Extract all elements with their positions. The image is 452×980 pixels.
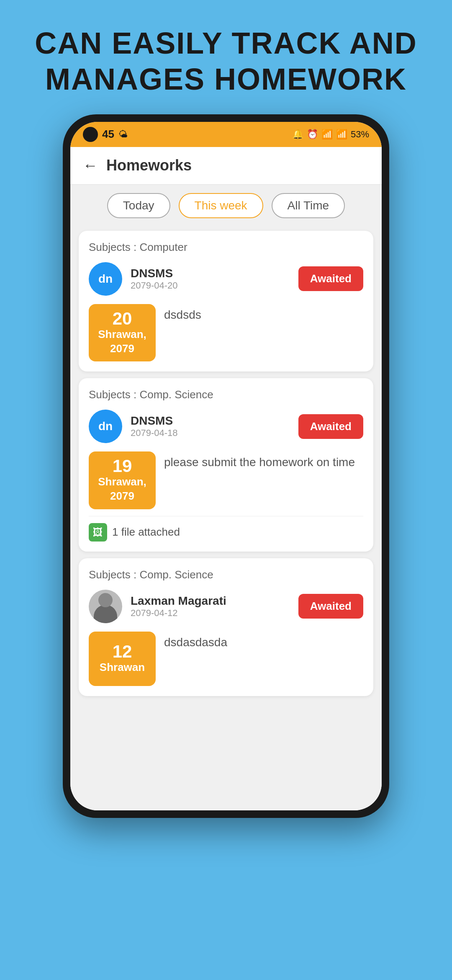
homework-text-1: dsdsds [164, 304, 201, 322]
teacher-row-3: Laxman Magarati 2079-04-12 Awaited [89, 590, 363, 623]
tab-all-time[interactable]: All Time [272, 193, 345, 218]
teacher-info-3: Laxman Magarati 2079-04-12 [131, 594, 290, 619]
notification-icon: 🌤 [118, 129, 128, 140]
date-number-3: 12 [113, 643, 132, 660]
filter-tabs: Today This week All Time [70, 185, 382, 227]
awaited-btn-1[interactable]: Awaited [298, 266, 363, 291]
homework-card-2: Subjects : Comp. Science dn DNSMS 2079-0… [79, 378, 373, 552]
signal-icon: 📶 [336, 129, 347, 140]
teacher-info-1: DNSMS 2079-04-20 [131, 267, 290, 291]
awaited-btn-2[interactable]: Awaited [298, 414, 363, 439]
alarm-icon: ⏰ [307, 129, 318, 140]
teacher-avatar-2: dn [89, 410, 122, 443]
app-bar: ← Homeworks [70, 147, 382, 185]
teacher-initials-2: dn [98, 420, 113, 433]
date-number-1: 20 [113, 310, 132, 328]
date-box-2: 19 Shrawan,2079 [89, 451, 156, 509]
person-head [98, 593, 113, 607]
wifi-icon: 📶 [321, 129, 333, 140]
date-month-year-2: Shrawan,2079 [98, 475, 146, 503]
homework-detail-2: 19 Shrawan,2079 please submit the homewo… [89, 451, 363, 509]
person-body [94, 605, 117, 623]
homework-card-3: Subjects : Comp. Science Laxman Magarati… [79, 558, 373, 696]
teacher-avatar-1: dn [89, 262, 122, 296]
page-header: CAN EASILY TRACK AND MANAGES HOMEWORK [0, 0, 452, 114]
teacher-name-2: DNSMS [131, 414, 290, 428]
date-month-year-1: Shrawan,2079 [98, 328, 146, 356]
battery-text: 53% [351, 129, 369, 140]
teacher-row-1: dn DNSMS 2079-04-20 Awaited [89, 262, 363, 296]
status-icons: 🔔 ⏰ 📶 📶 53% [292, 129, 369, 140]
bell-icon: 🔔 [292, 129, 303, 140]
tab-this-week[interactable]: This week [179, 193, 263, 218]
homework-detail-1: 20 Shrawan,2079 dsdsds [89, 304, 363, 362]
app-bar-title: Homeworks [106, 157, 192, 174]
camera-dot [83, 127, 98, 142]
attachment-row-2: 🖼 1 file attached [89, 516, 363, 542]
status-left: 45 🌤 [83, 127, 128, 142]
subject-label-1: Subjects : Computer [89, 241, 363, 254]
tab-today[interactable]: Today [107, 193, 170, 218]
teacher-row-2: dn DNSMS 2079-04-18 Awaited [89, 410, 363, 443]
teacher-avatar-3 [89, 590, 122, 623]
date-box-3: 12 Shrawan [89, 632, 156, 686]
date-number-2: 19 [113, 457, 132, 475]
page-title: CAN EASILY TRACK AND MANAGES HOMEWORK [33, 25, 419, 98]
homework-text-3: dsdasdasda [164, 632, 227, 649]
awaited-btn-3[interactable]: Awaited [298, 594, 363, 619]
date-box-1: 20 Shrawan,2079 [89, 304, 156, 362]
back-button[interactable]: ← [83, 157, 98, 174]
homework-text-2: please submit the homework on time [164, 451, 355, 469]
phone-screen: 45 🌤 🔔 ⏰ 📶 📶 53% ← Homeworks Today This … [70, 122, 382, 810]
teacher-name-3: Laxman Magarati [131, 594, 290, 608]
homework-detail-3: 12 Shrawan dsdasdasda [89, 632, 363, 686]
teacher-date-3: 2079-04-12 [131, 608, 290, 619]
attach-icon-2: 🖼 [89, 523, 107, 542]
attach-text-2: 1 file attached [112, 526, 180, 539]
image-icon: 🖼 [93, 526, 103, 538]
subject-label-2: Subjects : Comp. Science [89, 388, 363, 401]
status-bar: 45 🌤 🔔 ⏰ 📶 📶 53% [70, 122, 382, 147]
teacher-date-1: 2079-04-20 [131, 280, 290, 291]
content-area: Subjects : Computer dn DNSMS 2079-04-20 … [70, 227, 382, 810]
teacher-initials-1: dn [98, 272, 113, 286]
teacher-info-2: DNSMS 2079-04-18 [131, 414, 290, 438]
homework-card-1: Subjects : Computer dn DNSMS 2079-04-20 … [79, 231, 373, 372]
phone-mockup: 45 🌤 🔔 ⏰ 📶 📶 53% ← Homeworks Today This … [63, 114, 389, 818]
subject-label-3: Subjects : Comp. Science [89, 568, 363, 581]
teacher-date-2: 2079-04-18 [131, 428, 290, 438]
status-time: 45 [102, 128, 114, 141]
teacher-name-1: DNSMS [131, 267, 290, 280]
date-month-year-3: Shrawan [100, 660, 145, 675]
